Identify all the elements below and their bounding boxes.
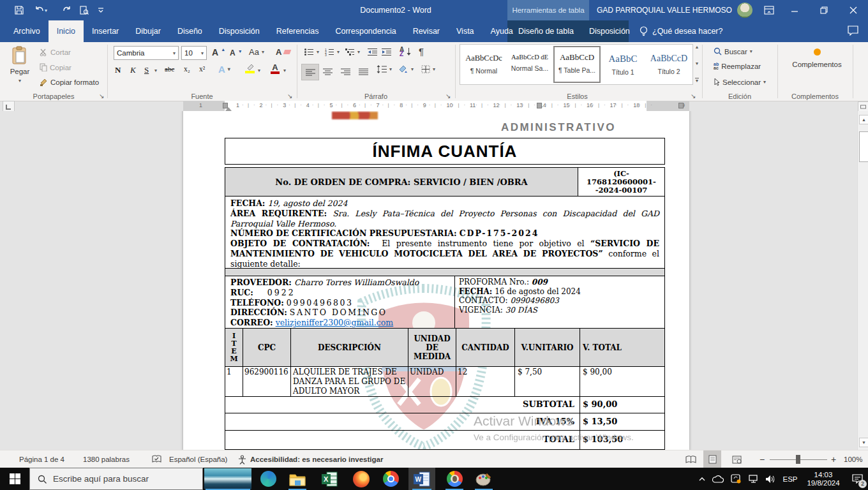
- styles-more-icon[interactable]: ▼: [695, 78, 700, 83]
- tab-vista[interactable]: Vista: [448, 20, 483, 42]
- bullets-button[interactable]: ▾: [304, 48, 319, 56]
- multilevel-list-button[interactable]: ▾: [345, 48, 360, 56]
- style-titulo-1[interactable]: AaBbC Título 1: [601, 48, 645, 84]
- print-preview-icon[interactable]: [77, 3, 92, 17]
- underline-button[interactable]: S: [144, 65, 149, 75]
- highlight-dropdown[interactable]: ▾: [258, 68, 260, 73]
- align-right-button[interactable]: [337, 64, 354, 79]
- font-dialog-launcher[interactable]: ↘: [287, 93, 292, 100]
- undo-dropdown[interactable]: ▾: [45, 8, 47, 13]
- table-column-marker[interactable]: [537, 103, 542, 108]
- highlight-button[interactable]: [245, 64, 255, 73]
- styles-scroll-up-icon[interactable]: ▲: [695, 45, 700, 49]
- format-painter-button[interactable]: Copiar formato: [40, 78, 99, 86]
- zoom-level[interactable]: 100%: [844, 450, 862, 468]
- tray-chevron-icon[interactable]: [694, 468, 710, 490]
- tab-diseno-de-tabla[interactable]: Diseño de tabla: [511, 20, 581, 42]
- zoom-slider[interactable]: [770, 450, 827, 468]
- chrome-profile-icon[interactable]: [442, 468, 467, 490]
- font-name-dropdown[interactable]: ▾: [173, 50, 176, 56]
- style-normal-sa[interactable]: AaBbCcD dE Normal Sa...: [507, 48, 552, 84]
- text-effects-button[interactable]: A▾: [218, 64, 230, 75]
- font-name-combo[interactable]: Cambria▾: [114, 46, 179, 60]
- tab-archivo[interactable]: Archivo: [5, 20, 49, 42]
- edge-icon[interactable]: [255, 468, 281, 490]
- tab-referencias[interactable]: Referencias: [268, 20, 327, 42]
- style-normal[interactable]: AaBbCcDc ¶ Normal: [461, 48, 506, 84]
- language-tray[interactable]: ESP: [780, 468, 800, 490]
- feedback-comment-icon[interactable]: [848, 26, 858, 38]
- grow-font-button[interactable]: A▲: [212, 47, 225, 57]
- undo-icon[interactable]: ▾: [31, 3, 51, 17]
- avatar[interactable]: [737, 3, 752, 18]
- scrollbar-thumb[interactable]: [859, 131, 868, 162]
- tab-insertar[interactable]: Insertar: [84, 20, 127, 42]
- sort-button[interactable]: AZ: [400, 47, 411, 56]
- zoom-slider-thumb[interactable]: [796, 455, 800, 464]
- align-left-button[interactable]: [301, 64, 319, 80]
- file-explorer-icon[interactable]: [285, 468, 310, 490]
- firefox-icon[interactable]: [348, 468, 374, 490]
- select-dropdown[interactable]: ▾: [763, 79, 766, 85]
- bold-button[interactable]: N: [115, 65, 121, 75]
- page-indicator[interactable]: Página 1 de 4: [19, 450, 64, 468]
- styles-scroll-down-icon[interactable]: ▼: [695, 61, 700, 66]
- strikethrough-button[interactable]: abc: [165, 65, 174, 73]
- tab-inicio[interactable]: Inicio: [49, 20, 84, 42]
- addins-button[interactable]: Complementos: [791, 48, 842, 68]
- account-name[interactable]: GAD PARROQUIAL VALLE HERMOSO: [597, 0, 752, 20]
- vertical-scrollbar[interactable]: ▲ ▼: [857, 111, 868, 450]
- table-column-marker[interactable]: [678, 103, 684, 108]
- shading-button[interactable]: ▾: [398, 65, 414, 73]
- zoom-in-button[interactable]: +: [831, 450, 836, 468]
- increase-indent-button[interactable]: [382, 48, 391, 56]
- restore-button[interactable]: [809, 0, 839, 20]
- font-size-dropdown[interactable]: ▾: [201, 50, 204, 56]
- paste-button[interactable]: Pegar ▾: [6, 46, 33, 91]
- language-indicator[interactable]: Español (España): [169, 450, 227, 468]
- font-color-dropdown[interactable]: ▾: [283, 68, 286, 73]
- paste-dropdown[interactable]: ▾: [19, 78, 21, 84]
- find-dropdown[interactable]: ▾: [750, 48, 752, 54]
- customize-qat-icon[interactable]: [93, 3, 108, 17]
- find-button[interactable]: Buscar▾: [714, 47, 752, 56]
- tab-disposicion-tabla[interactable]: Disposición: [581, 20, 638, 42]
- minimize-button[interactable]: [780, 0, 809, 20]
- redo-icon[interactable]: [59, 3, 74, 17]
- borders-button[interactable]: ▾: [421, 65, 435, 73]
- superscript-button[interactable]: x²: [199, 65, 205, 73]
- web-layout-button[interactable]: [728, 450, 745, 468]
- document-page[interactable]: ADMINISTRATIVO ÍNFIMA CUANTÍA No. DE ORD…: [183, 111, 689, 450]
- word-icon-active[interactable]: W: [408, 468, 435, 490]
- close-button[interactable]: [839, 0, 868, 20]
- tab-correspondencia[interactable]: Correspondencia: [327, 20, 404, 42]
- cut-button[interactable]: Cortar: [40, 48, 71, 56]
- notification-center-icon[interactable]: 2: [846, 468, 868, 490]
- align-center-button[interactable]: [319, 64, 336, 79]
- scroll-down-arrow[interactable]: ▼: [859, 438, 868, 447]
- style-table-paragraph-selected[interactable]: AaBbCcD ¶ Table Pa...: [553, 46, 601, 83]
- task-view-thumbnail[interactable]: [203, 468, 253, 490]
- font-size-combo[interactable]: 10▾: [181, 46, 207, 60]
- copy-button[interactable]: Copiar: [40, 63, 71, 71]
- print-layout-button[interactable]: [703, 450, 721, 468]
- clock[interactable]: 14:03 19/8/2024: [803, 468, 844, 490]
- tab-dibujar[interactable]: Dibujar: [127, 20, 169, 42]
- volume-icon[interactable]: [762, 468, 779, 490]
- decrease-indent-button[interactable]: [368, 48, 377, 56]
- styles-dialog-launcher[interactable]: ↘: [691, 93, 696, 100]
- tab-revisar[interactable]: Revisar: [405, 20, 448, 42]
- zoom-out-button[interactable]: −: [760, 450, 765, 468]
- excel-icon[interactable]: X: [317, 468, 342, 490]
- change-case-button[interactable]: Aa▾: [249, 47, 264, 57]
- font-color-button[interactable]: A: [271, 63, 280, 74]
- onedrive-icon[interactable]: [710, 468, 726, 490]
- justify-button[interactable]: [355, 64, 371, 79]
- italic-button[interactable]: K: [130, 65, 136, 75]
- clipboard-dialog-launcher[interactable]: ↘: [99, 93, 104, 100]
- select-button[interactable]: Seleccionar▾: [714, 78, 766, 86]
- chrome-icon[interactable]: [378, 468, 403, 490]
- tell-me-box[interactable]: ¿Qué desea hacer?: [640, 20, 723, 42]
- show-paragraph-marks-button[interactable]: ¶: [419, 46, 424, 57]
- numbering-button[interactable]: 123▾: [324, 48, 340, 56]
